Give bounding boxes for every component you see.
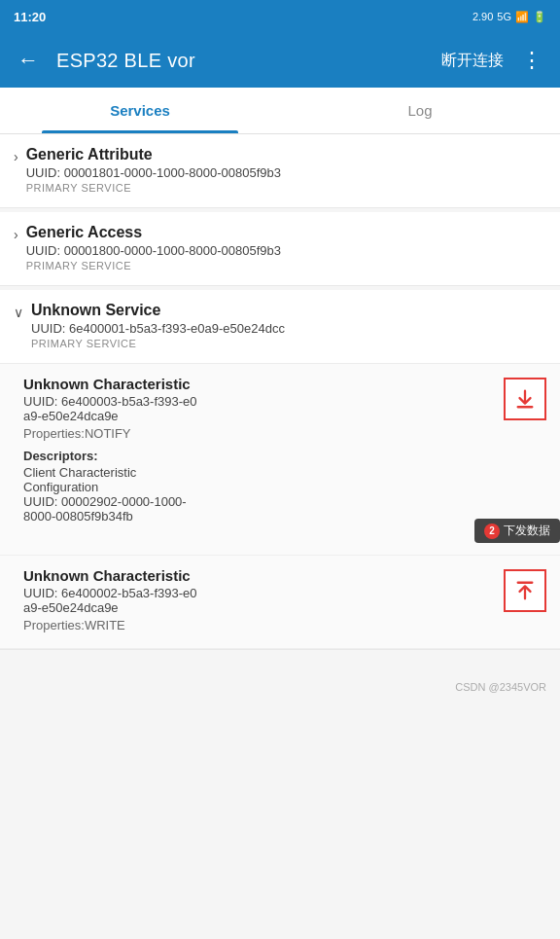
char-notify-uuid: UUID: 6e400003-b5a3-f393-e0a9-e50e24dca9… xyxy=(23,394,496,423)
descriptor-uuid: UUID: 00002902-0000-1000-8000-00805f9b34… xyxy=(23,494,546,543)
service-generic-attribute-header[interactable]: › Generic Attribute UUID: 00001801-0000-… xyxy=(0,134,560,207)
upload-button[interactable] xyxy=(504,569,546,612)
char-notify-props: Properties:NOTIFY xyxy=(23,426,496,441)
char-write-props: Properties:WRITE xyxy=(23,618,496,632)
service-uuid-generic-access: UUID: 00001800-0000-1000-8000-00805f9b3 xyxy=(26,243,546,258)
disconnect-button[interactable]: 断开连接 xyxy=(432,45,513,77)
service-generic-attribute: › Generic Attribute UUID: 00001801-0000-… xyxy=(0,134,560,208)
descriptor-label: Descriptors: xyxy=(23,449,546,463)
download-button[interactable] xyxy=(504,378,546,420)
char-write-name: Unknown Characteristic xyxy=(23,567,496,584)
service-unknown-header[interactable]: ∨ Unknown Service UUID: 6e400001-b5a3-f3… xyxy=(0,290,560,363)
status-bar: 11:20 2.90 5G 📶 🔋 xyxy=(0,0,560,33)
expand-icon-generic-attribute: › xyxy=(14,149,18,164)
service-type-generic-access: PRIMARY SERVICE xyxy=(26,260,546,281)
tooltip-badge-2: 2 xyxy=(484,524,500,539)
battery-icon: 🔋 xyxy=(533,11,546,23)
char-notify-name: Unknown Characteristic xyxy=(23,376,496,392)
status-icons: 2.90 5G 📶 🔋 xyxy=(472,11,546,23)
service-generic-access-header[interactable]: › Generic Access UUID: 00001800-0000-100… xyxy=(0,212,560,285)
expand-icon-generic-access: › xyxy=(14,227,18,242)
service-name-generic-attribute: Generic Attribute xyxy=(26,146,546,163)
service-type-generic-attribute: PRIMARY SERVICE xyxy=(26,182,546,203)
content-area: › Generic Attribute UUID: 00001801-0000-… xyxy=(0,134,560,673)
service-name-generic-access: Generic Access xyxy=(26,224,546,241)
tooltip-send-data: 2 下发数据 xyxy=(474,519,560,543)
service-unknown: ∨ Unknown Service UUID: 6e400001-b5a3-f3… xyxy=(0,290,560,650)
wifi-icon: 📶 xyxy=(515,11,529,23)
top-bar: ← ESP32 BLE vor 断开连接 ⋮ xyxy=(0,33,560,88)
expand-icon-unknown: ∨ xyxy=(14,305,23,320)
service-name-unknown: Unknown Service xyxy=(31,302,546,319)
char-write-uuid: UUID: 6e400002-b5a3-f393-e0a9-e50e24dca9… xyxy=(23,586,496,615)
footer: CSDN @2345VOR xyxy=(0,673,560,701)
characteristic-notify: Unknown Characteristic UUID: 6e400003-b5… xyxy=(0,364,560,556)
service-type-unknown: PRIMARY SERVICE xyxy=(31,338,546,359)
network-icon: 5G xyxy=(497,11,511,22)
back-button[interactable]: ← xyxy=(10,40,47,81)
status-time: 11:20 xyxy=(14,10,46,24)
tab-services[interactable]: Services xyxy=(0,88,280,133)
characteristics-section: Unknown Characteristic UUID: 6e400003-b5… xyxy=(0,363,560,649)
descriptor-section: Descriptors: Client CharacteristicConfig… xyxy=(23,449,546,543)
signal-icon: 2.90 xyxy=(472,11,493,22)
more-menu-icon[interactable]: ⋮ xyxy=(513,40,550,81)
app-title: ESP32 BLE vor xyxy=(56,50,432,72)
service-uuid-generic-attribute: UUID: 00001801-0000-1000-8000-00805f9b3 xyxy=(26,165,546,180)
tab-bar: Services Log xyxy=(0,88,560,134)
descriptor-name: Client CharacteristicConfiguration xyxy=(23,465,546,494)
tab-log[interactable]: Log xyxy=(280,88,560,133)
footer-text: CSDN @2345VOR xyxy=(455,681,546,693)
service-generic-access: › Generic Access UUID: 00001800-0000-100… xyxy=(0,212,560,286)
characteristic-write: Unknown Characteristic UUID: 6e400002-b5… xyxy=(0,556,560,649)
service-uuid-unknown: UUID: 6e400001-b5a3-f393-e0a9-e50e24dcc xyxy=(31,321,546,336)
